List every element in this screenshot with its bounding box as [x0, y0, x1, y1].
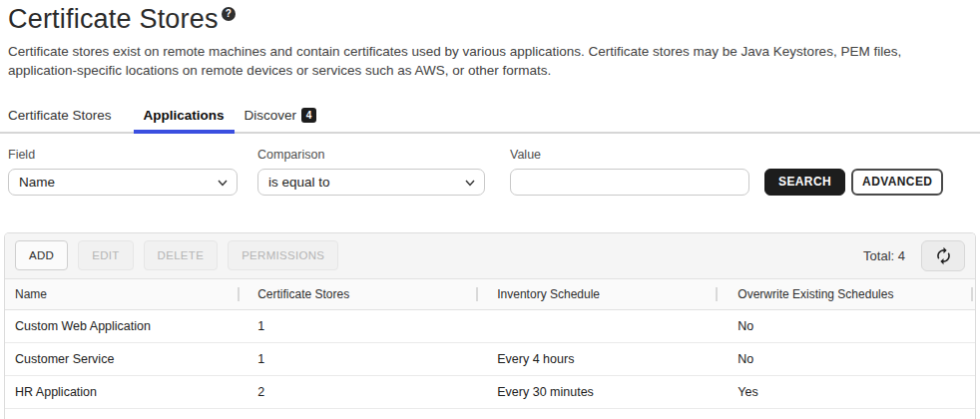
table-row[interactable]: Customer Service1Every 4 hoursNo — [5, 343, 975, 376]
tab-label: Certificate Stores — [8, 108, 112, 123]
table-cell: 1 — [242, 343, 480, 375]
column-header[interactable]: Certificate Stores — [242, 279, 480, 309]
column-header[interactable]: Overwrite Existing Schedules — [720, 279, 975, 309]
table-row[interactable]: Custom Web Application1No — [5, 310, 975, 343]
field-select[interactable]: Name — [8, 169, 238, 196]
tab-discover[interactable]: Discover 4 — [235, 104, 327, 134]
help-icon[interactable]: ? — [222, 7, 236, 21]
table-row[interactable]: RFJKS1Every 20 minutesNo — [5, 409, 975, 419]
table-cell: Yes — [720, 376, 975, 408]
edit-button: EDIT — [78, 240, 133, 270]
page-title: Certificate Stores — [8, 5, 219, 35]
refresh-button[interactable] — [921, 240, 965, 271]
grid-toolbar: ADD EDIT DELETE PERMISSIONS Total: 4 — [5, 233, 975, 279]
total-count: Total: 4 — [863, 248, 905, 263]
search-button[interactable]: SEARCH — [764, 169, 845, 196]
table-cell: RFJKS — [5, 409, 242, 419]
table-cell: Every 30 minutes — [480, 376, 720, 408]
column-header[interactable]: Name — [5, 279, 242, 309]
applications-grid: ADD EDIT DELETE PERMISSIONS Total: 4 Nam… — [4, 232, 976, 419]
value-label: Value — [510, 148, 749, 162]
table-cell: Custom Web Application — [5, 310, 242, 342]
table-cell: 1 — [242, 310, 480, 342]
delete-button: DELETE — [144, 240, 219, 270]
refresh-icon — [934, 246, 953, 265]
table-cell: No — [720, 343, 975, 375]
filter-bar: Field Name Comparison is equal to Value … — [8, 148, 972, 196]
page-description: Certificate stores exist on remote machi… — [8, 42, 968, 81]
table-cell: No — [720, 409, 975, 419]
table-cell: No — [720, 310, 975, 342]
advanced-button[interactable]: ADVANCED — [851, 169, 943, 196]
comparison-select[interactable]: is equal to — [257, 169, 485, 196]
table-cell: 2 — [242, 376, 480, 408]
permissions-button: PERMISSIONS — [228, 240, 338, 270]
page-header: Certificate Stores ? — [0, 0, 980, 35]
table-cell: 1 — [242, 409, 480, 419]
tab-label: Discover — [245, 108, 297, 123]
tab-label: Applications — [144, 108, 225, 123]
field-label: Field — [8, 148, 238, 162]
value-input[interactable] — [510, 169, 749, 196]
tab-applications[interactable]: Applications — [134, 104, 235, 134]
add-button[interactable]: ADD — [15, 240, 68, 270]
tab-bar: Certificate Stores Applications Discover… — [0, 104, 980, 134]
table-row[interactable]: HR Application2Every 30 minutesYes — [5, 376, 975, 409]
table-cell: Customer Service — [5, 343, 242, 375]
discover-count-badge: 4 — [301, 108, 316, 123]
table-cell: Every 4 hours — [480, 343, 720, 375]
table-body: Custom Web Application1NoCustomer Servic… — [5, 310, 975, 419]
tab-certificate-stores[interactable]: Certificate Stores — [8, 104, 122, 134]
comparison-label: Comparison — [257, 148, 485, 162]
table-cell — [480, 310, 720, 342]
table-header-row: NameCertificate StoresInventory Schedule… — [5, 279, 975, 310]
table-cell: Every 20 minutes — [480, 409, 720, 419]
table-cell: HR Application — [5, 376, 242, 408]
column-header[interactable]: Inventory Schedule — [480, 279, 720, 309]
